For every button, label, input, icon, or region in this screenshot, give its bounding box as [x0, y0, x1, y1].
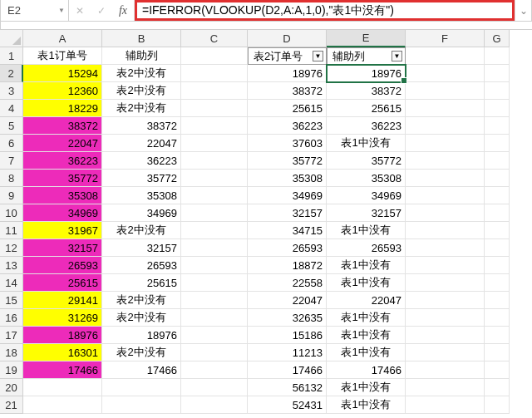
cell-A20[interactable]: [23, 379, 102, 396]
cell-B17[interactable]: 18976: [102, 327, 181, 344]
cell-D4[interactable]: 25615: [248, 100, 327, 117]
cell-F16[interactable]: [406, 309, 485, 327]
cell-E15[interactable]: 22047: [327, 292, 406, 309]
cell-E3[interactable]: 38372: [327, 82, 406, 100]
cell-C9[interactable]: [181, 187, 248, 204]
cell-B14[interactable]: 25615: [102, 274, 181, 292]
cell-C11[interactable]: [181, 222, 248, 239]
col-head-B[interactable]: B: [102, 30, 181, 47]
cell-G12[interactable]: [485, 239, 510, 257]
row-head-13[interactable]: 13: [0, 257, 23, 274]
col-head-C[interactable]: C: [181, 30, 248, 47]
cell-D19[interactable]: 17466: [248, 361, 327, 379]
cell-F20[interactable]: [406, 379, 485, 396]
cell-B18[interactable]: 表2中没有: [102, 344, 181, 361]
cell-E21[interactable]: 表1中没有: [327, 396, 406, 414]
cell-B4[interactable]: 表2中没有: [102, 100, 181, 117]
formula-expand-icon[interactable]: ⌄: [515, 0, 531, 21]
cell-C2[interactable]: [181, 65, 248, 82]
cell-G2[interactable]: [485, 65, 510, 82]
cell-F12[interactable]: [406, 239, 485, 257]
row-head-3[interactable]: 3: [0, 82, 23, 100]
cell-A9[interactable]: 35308: [23, 187, 102, 204]
cell-C5[interactable]: [181, 117, 248, 135]
cell-F17[interactable]: [406, 327, 485, 344]
cell-C17[interactable]: [181, 327, 248, 344]
cell-E4[interactable]: 25615: [327, 100, 406, 117]
cell-B13[interactable]: 26593: [102, 257, 181, 274]
cell-B16[interactable]: 表2中没有: [102, 309, 181, 327]
cell-D5[interactable]: 36223: [248, 117, 327, 135]
cell-A2[interactable]: 15294: [23, 65, 102, 82]
cell-A3[interactable]: 12360: [23, 82, 102, 100]
row-head-20[interactable]: 20: [0, 379, 23, 396]
cell-C10[interactable]: [181, 204, 248, 222]
cell-G14[interactable]: [485, 274, 510, 292]
cell-E14[interactable]: 表1中没有: [327, 274, 406, 292]
header-cell-E[interactable]: 辅助列▼: [327, 47, 406, 65]
row-head-9[interactable]: 9: [0, 187, 23, 204]
cell-A18[interactable]: 16301: [23, 344, 102, 361]
cell-G17[interactable]: [485, 327, 510, 344]
cell-E11[interactable]: 表1中没有: [327, 222, 406, 239]
cell-G13[interactable]: [485, 257, 510, 274]
cell-D6[interactable]: 37603: [248, 135, 327, 152]
cell-G20[interactable]: [485, 379, 510, 396]
cell-C12[interactable]: [181, 239, 248, 257]
cell-F6[interactable]: [406, 135, 485, 152]
row-head-21[interactable]: 21: [0, 396, 23, 414]
cell-A13[interactable]: 26593: [23, 257, 102, 274]
cell-F10[interactable]: [406, 204, 485, 222]
row-head-16[interactable]: 16: [0, 309, 23, 327]
cell-D18[interactable]: 11213: [248, 344, 327, 361]
cell-B11[interactable]: 表2中没有: [102, 222, 181, 239]
cell-G16[interactable]: [485, 309, 510, 327]
cell-F21[interactable]: [406, 396, 485, 414]
cell-C14[interactable]: [181, 274, 248, 292]
name-box[interactable]: E2 ▼: [1, 0, 69, 21]
name-box-dropdown-icon[interactable]: ▼: [58, 7, 65, 14]
header-cell-B[interactable]: 辅助列: [102, 47, 181, 65]
cell-G21[interactable]: [485, 396, 510, 414]
cell-G11[interactable]: [485, 222, 510, 239]
cell-G3[interactable]: [485, 82, 510, 100]
col-head-A[interactable]: A: [23, 30, 102, 47]
cell-G4[interactable]: [485, 100, 510, 117]
cell-G19[interactable]: [485, 361, 510, 379]
header-cell-A[interactable]: 表1订单号: [23, 47, 102, 65]
cell-D3[interactable]: 38372: [248, 82, 327, 100]
cell-D7[interactable]: 35772: [248, 152, 327, 170]
row-head-4[interactable]: 4: [0, 100, 23, 117]
row-head-12[interactable]: 12: [0, 239, 23, 257]
cell-D11[interactable]: 34715: [248, 222, 327, 239]
cell-A21[interactable]: [23, 396, 102, 414]
cell-E7[interactable]: 35772: [327, 152, 406, 170]
cell-E17[interactable]: 表1中没有: [327, 327, 406, 344]
cell-C20[interactable]: [181, 379, 248, 396]
cell-G5[interactable]: [485, 117, 510, 135]
col-head-D[interactable]: D: [248, 30, 327, 47]
spreadsheet-grid[interactable]: ABCDEFG1表1订单号辅助列表2订单号▼辅助列▼215294表2中没有189…: [0, 30, 532, 414]
cell-E12[interactable]: 26593: [327, 239, 406, 257]
cell-D9[interactable]: 34969: [248, 187, 327, 204]
cell-B15[interactable]: 表2中没有: [102, 292, 181, 309]
row-head-6[interactable]: 6: [0, 135, 23, 152]
cell-E6[interactable]: 表1中没有: [327, 135, 406, 152]
cell-B12[interactable]: 32157: [102, 239, 181, 257]
cell-F9[interactable]: [406, 187, 485, 204]
cell-F19[interactable]: [406, 361, 485, 379]
cell-F15[interactable]: [406, 292, 485, 309]
cell-F3[interactable]: [406, 82, 485, 100]
cancel-icon[interactable]: ✕: [69, 0, 91, 21]
cell-F4[interactable]: [406, 100, 485, 117]
cell-D16[interactable]: 32635: [248, 309, 327, 327]
filter-dropdown-icon[interactable]: ▼: [313, 51, 323, 61]
row-head-15[interactable]: 15: [0, 292, 23, 309]
cell-E20[interactable]: 表1中没有: [327, 379, 406, 396]
col-head-E[interactable]: E: [327, 30, 406, 47]
cell-C15[interactable]: [181, 292, 248, 309]
row-head-10[interactable]: 10: [0, 204, 23, 222]
cell-A19[interactable]: 17466: [23, 361, 102, 379]
cell-C16[interactable]: [181, 309, 248, 327]
cell-A5[interactable]: 38372: [23, 117, 102, 135]
